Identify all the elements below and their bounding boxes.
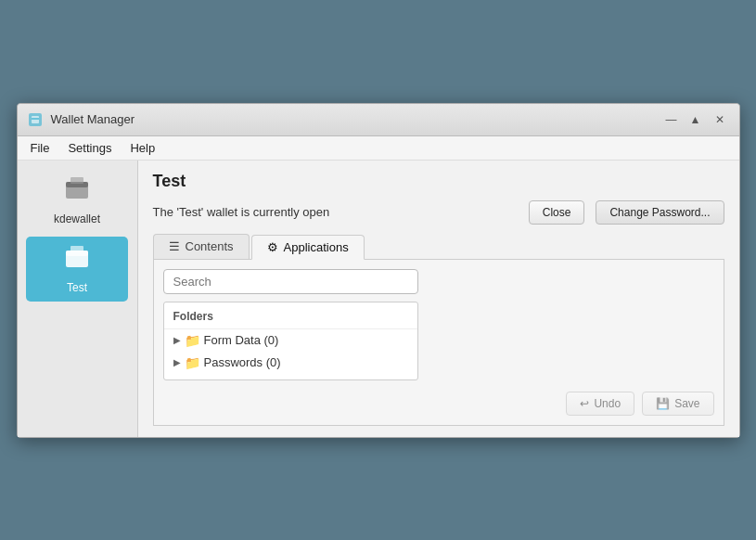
close-wallet-button[interactable]: Close [529, 200, 585, 225]
applications-tab-icon: ⚙ [267, 240, 278, 254]
sidebar-test-label: Test [67, 281, 87, 294]
applications-tab-label: Applications [284, 240, 349, 254]
folder-label: Form Data (0) [204, 333, 279, 347]
main-window: Wallet Manager — ▲ ✕ File Settings Help [17, 103, 740, 438]
chevron-right-icon: ▶ [173, 335, 181, 345]
undo-button[interactable]: ↩ Undo [566, 392, 634, 416]
folder-label: Passwords (0) [204, 355, 281, 369]
contents-tab-icon: ☰ [169, 239, 180, 253]
menu-file[interactable]: File [21, 138, 59, 158]
menu-help[interactable]: Help [121, 138, 164, 158]
svg-rect-8 [70, 246, 83, 252]
menu-bar: File Settings Help [18, 136, 739, 161]
wallet-status-text: The 'Test' wallet is currently open [153, 205, 518, 219]
chevron-right-icon: ▶ [173, 357, 181, 367]
svg-rect-1 [32, 116, 39, 123]
sidebar-kdewallet-label: kdewallet [54, 212, 100, 225]
tab-applications[interactable]: ⚙ Applications [251, 235, 365, 260]
kdewallet-icon [63, 175, 91, 209]
tab-section: ☰ Contents ⚙ Applications Folders ▶ [153, 234, 724, 426]
undo-button-content: ↩ Undo [580, 397, 621, 410]
folders-header: Folders [164, 308, 417, 329]
wallet-status-bar: The 'Test' wallet is currently open Clos… [153, 200, 724, 225]
sidebar-item-kdewallet[interactable]: kdewallet [26, 168, 128, 233]
undo-icon: ↩ [580, 397, 589, 410]
content-area: Test The 'Test' wallet is currently open… [138, 161, 739, 437]
sidebar: kdewallet Test [18, 161, 138, 437]
main-layout: kdewallet Test Test The 'Test' wallet is… [18, 161, 739, 437]
tab-content-area: Folders ▶ 📁 Form Data (0) ▶ 📁 Passwords … [153, 260, 724, 426]
bottom-bar: ↩ Undo 💾 Save [163, 388, 714, 416]
title-bar-left: Wallet Manager [27, 111, 135, 128]
close-window-button[interactable]: ✕ [710, 109, 730, 130]
title-bar: Wallet Manager — ▲ ✕ [18, 104, 739, 136]
title-controls: — ▲ ✕ [661, 109, 730, 130]
menu-settings[interactable]: Settings [58, 138, 121, 158]
maximize-button[interactable]: ▲ [686, 109, 706, 130]
change-password-button[interactable]: Change Password... [596, 200, 724, 225]
list-item[interactable]: ▶ 📁 Passwords (0) [164, 352, 417, 374]
folder-icon: 📁 [185, 333, 200, 348]
list-item[interactable]: ▶ 📁 Form Data (0) [164, 329, 417, 352]
contents-tab-label: Contents [186, 239, 234, 253]
page-title: Test [153, 172, 724, 191]
save-button[interactable]: 💾 Save [642, 392, 713, 416]
save-icon: 💾 [656, 397, 670, 410]
minimize-button[interactable]: — [661, 109, 682, 130]
folder-icon: 📁 [185, 355, 200, 370]
folders-box: Folders ▶ 📁 Form Data (0) ▶ 📁 Passwords … [163, 302, 418, 380]
app-icon [27, 111, 44, 128]
window-title: Wallet Manager [51, 112, 135, 126]
search-input[interactable] [163, 269, 418, 294]
sidebar-item-test[interactable]: Test [26, 237, 128, 302]
test-wallet-icon [63, 244, 91, 277]
save-button-content: 💾 Save [656, 397, 699, 410]
tab-contents[interactable]: ☰ Contents [153, 234, 250, 259]
tabs: ☰ Contents ⚙ Applications [153, 234, 724, 260]
svg-rect-5 [70, 177, 83, 184]
